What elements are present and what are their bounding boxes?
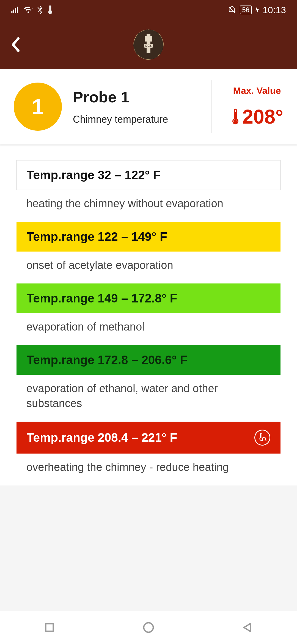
range-label: Temp.range 122 – 149° F (27, 230, 167, 244)
svg-text:DES: DES (145, 44, 152, 47)
range-row[interactable]: Temp.range 149 – 172.8° F (16, 283, 280, 313)
bluetooth-icon (37, 5, 43, 15)
signal-icon (11, 6, 20, 14)
wifi-icon: ! (24, 6, 33, 14)
home-button[interactable] (141, 620, 156, 635)
range-label: Temp.range 208.4 – 221° F (27, 431, 177, 444)
range-row[interactable]: Temp.range 208.4 – 221° F (16, 422, 280, 454)
svg-rect-3 (145, 36, 152, 42)
svg-rect-8 (46, 624, 53, 631)
alert-thermo-icon (254, 430, 270, 446)
recent-apps-button[interactable] (42, 620, 57, 635)
svg-point-9 (144, 623, 153, 632)
back-nav-button[interactable] (240, 620, 255, 635)
range-row[interactable]: Temp.range 172.8 – 206.6° F (16, 345, 280, 375)
probe-summary-card: 1 Probe 1 Chimney temperature Max. Value… (0, 69, 297, 144)
range-label: Temp.range 149 – 172.8° F (27, 291, 177, 305)
charging-icon (255, 6, 259, 14)
status-right: 56 10:13 (228, 5, 286, 15)
status-left: ! (11, 5, 53, 15)
thermometer-icon (231, 108, 240, 125)
status-bar: ! 56 10:13 (0, 0, 297, 20)
range-description: evaporation of methanol (16, 313, 280, 345)
range-row[interactable]: Temp.range 122 – 149° F (16, 222, 280, 252)
battery-level: 56 (240, 6, 252, 14)
range-description: overheating the chimney - reduce heating (16, 454, 280, 485)
thermo-small-icon (47, 6, 53, 14)
probe-title: Probe 1 (73, 88, 192, 106)
divider (211, 80, 211, 133)
probe-info: Probe 1 Chimney temperature (73, 88, 192, 125)
probe-number-badge: 1 (14, 83, 62, 131)
clock-time: 10:13 (263, 5, 286, 15)
max-value: 208° (242, 105, 283, 128)
svg-rect-7 (235, 112, 236, 121)
probe-max-section: Max. Value 208° (231, 85, 283, 128)
range-description: heating the chimney without evaporation (16, 190, 280, 222)
app-header: DES (0, 20, 297, 69)
ranges-list: Temp.range 32 – 122° F heating the chimn… (0, 146, 297, 485)
system-nav-bar (0, 611, 297, 644)
probe-subtitle: Chimney temperature (73, 114, 192, 125)
range-row[interactable]: Temp.range 32 – 122° F (16, 160, 280, 190)
max-value-label: Max. Value (231, 85, 283, 96)
back-button[interactable] (11, 37, 21, 52)
svg-text:!: ! (31, 7, 31, 10)
range-description: onset of acetylate evaporation (16, 252, 280, 283)
range-label: Temp.range 172.8 – 206.6° F (27, 353, 187, 367)
range-label: Temp.range 32 – 122° F (27, 168, 160, 182)
app-logo: DES (133, 29, 164, 60)
range-description: evaporation of ethanol, water and other … (16, 375, 280, 422)
dnd-icon (228, 6, 237, 14)
